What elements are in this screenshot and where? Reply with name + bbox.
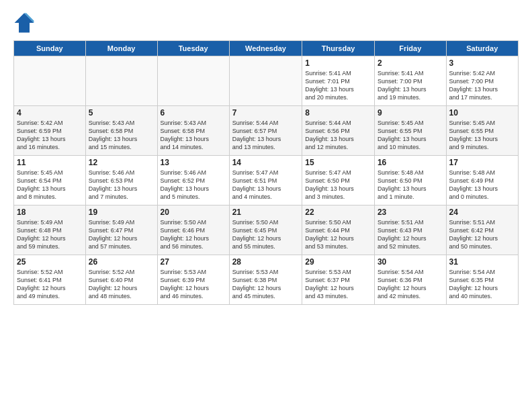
date-number: 9 (378, 108, 443, 118)
day-header-sunday: Sunday (14, 41, 86, 56)
cell-content: Sunrise: 5:44 AM Sunset: 6:57 PM Dayligh… (232, 119, 300, 152)
calendar-cell (14, 56, 86, 106)
calendar-cell: 31Sunrise: 5:54 AM Sunset: 6:35 PM Dayli… (446, 255, 518, 305)
date-number: 4 (17, 108, 83, 118)
calendar-cell (85, 56, 157, 106)
calendar-cell: 18Sunrise: 5:49 AM Sunset: 6:48 PM Dayli… (14, 205, 86, 255)
week-row-3: 18Sunrise: 5:49 AM Sunset: 6:48 PM Dayli… (14, 205, 519, 255)
date-number: 6 (161, 108, 226, 118)
date-number: 25 (17, 257, 83, 267)
date-number: 12 (89, 158, 154, 167)
cell-content: Sunrise: 5:52 AM Sunset: 6:40 PM Dayligh… (89, 268, 154, 301)
cell-content: Sunrise: 5:42 AM Sunset: 6:59 PM Dayligh… (17, 119, 83, 152)
calendar-cell: 3Sunrise: 5:42 AM Sunset: 7:00 PM Daylig… (446, 56, 518, 106)
calendar-cell: 26Sunrise: 5:52 AM Sunset: 6:40 PM Dayli… (85, 255, 157, 305)
calendar-cell: 15Sunrise: 5:47 AM Sunset: 6:50 PM Dayli… (302, 156, 375, 205)
cell-content: Sunrise: 5:50 AM Sunset: 6:44 PM Dayligh… (305, 218, 371, 251)
cell-content: Sunrise: 5:51 AM Sunset: 6:42 PM Dayligh… (449, 218, 515, 251)
cell-content: Sunrise: 5:47 AM Sunset: 6:51 PM Dayligh… (232, 169, 300, 201)
date-number: 26 (89, 257, 154, 267)
date-number: 13 (161, 158, 226, 167)
day-header-friday: Friday (374, 41, 446, 56)
cell-content: Sunrise: 5:42 AM Sunset: 7:00 PM Dayligh… (449, 69, 515, 102)
header (13, 12, 519, 34)
date-number: 30 (378, 257, 443, 267)
date-number: 15 (305, 158, 371, 167)
calendar-cell: 5Sunrise: 5:43 AM Sunset: 6:58 PM Daylig… (85, 106, 157, 156)
cell-content: Sunrise: 5:45 AM Sunset: 6:54 PM Dayligh… (17, 169, 83, 201)
date-number: 18 (17, 208, 83, 217)
header-row: SundayMondayTuesdayWednesdayThursdayFrid… (14, 41, 519, 56)
calendar-table: SundayMondayTuesdayWednesdayThursdayFrid… (13, 40, 519, 305)
date-number: 11 (17, 158, 83, 167)
cell-content: Sunrise: 5:51 AM Sunset: 6:43 PM Dayligh… (378, 218, 443, 251)
cell-content: Sunrise: 5:41 AM Sunset: 7:01 PM Dayligh… (305, 69, 371, 102)
cell-content: Sunrise: 5:46 AM Sunset: 6:53 PM Dayligh… (89, 169, 154, 201)
calendar-cell: 23Sunrise: 5:51 AM Sunset: 6:43 PM Dayli… (374, 205, 446, 255)
calendar-cell: 30Sunrise: 5:54 AM Sunset: 6:36 PM Dayli… (374, 255, 446, 305)
calendar-cell: 27Sunrise: 5:53 AM Sunset: 6:39 PM Dayli… (157, 255, 229, 305)
cell-content: Sunrise: 5:43 AM Sunset: 6:58 PM Dayligh… (161, 119, 226, 152)
page: SundayMondayTuesdayWednesdayThursdayFrid… (0, 0, 532, 312)
calendar-cell: 22Sunrise: 5:50 AM Sunset: 6:44 PM Dayli… (302, 205, 375, 255)
day-header-saturday: Saturday (446, 41, 518, 56)
date-number: 7 (232, 108, 300, 118)
cell-content: Sunrise: 5:48 AM Sunset: 6:49 PM Dayligh… (449, 169, 515, 201)
calendar-cell: 2Sunrise: 5:41 AM Sunset: 7:00 PM Daylig… (374, 56, 446, 106)
calendar-cell: 13Sunrise: 5:46 AM Sunset: 6:52 PM Dayli… (157, 156, 229, 205)
date-number: 23 (378, 208, 443, 217)
date-number: 22 (305, 208, 371, 217)
cell-content: Sunrise: 5:53 AM Sunset: 6:39 PM Dayligh… (161, 268, 226, 301)
date-number: 27 (161, 257, 226, 267)
date-number: 3 (449, 58, 515, 68)
calendar-cell: 20Sunrise: 5:50 AM Sunset: 6:46 PM Dayli… (157, 205, 229, 255)
calendar-cell: 4Sunrise: 5:42 AM Sunset: 6:59 PM Daylig… (14, 106, 86, 156)
cell-content: Sunrise: 5:48 AM Sunset: 6:50 PM Dayligh… (378, 169, 443, 201)
calendar-cell: 11Sunrise: 5:45 AM Sunset: 6:54 PM Dayli… (14, 156, 86, 205)
calendar-cell: 1Sunrise: 5:41 AM Sunset: 7:01 PM Daylig… (302, 56, 375, 106)
week-row-0: 1Sunrise: 5:41 AM Sunset: 7:01 PM Daylig… (14, 56, 519, 106)
calendar-cell: 14Sunrise: 5:47 AM Sunset: 6:51 PM Dayli… (229, 156, 302, 205)
cell-content: Sunrise: 5:54 AM Sunset: 6:36 PM Dayligh… (378, 268, 443, 301)
day-header-tuesday: Tuesday (157, 41, 229, 56)
date-number: 1 (305, 58, 371, 68)
cell-content: Sunrise: 5:49 AM Sunset: 6:47 PM Dayligh… (89, 218, 154, 251)
cell-content: Sunrise: 5:45 AM Sunset: 6:55 PM Dayligh… (449, 119, 515, 152)
week-row-1: 4Sunrise: 5:42 AM Sunset: 6:59 PM Daylig… (14, 106, 519, 156)
date-number: 5 (89, 108, 154, 118)
day-header-thursday: Thursday (302, 41, 375, 56)
calendar-cell: 8Sunrise: 5:44 AM Sunset: 6:56 PM Daylig… (302, 106, 375, 156)
date-number: 8 (305, 108, 371, 118)
date-number: 17 (449, 158, 515, 167)
day-header-wednesday: Wednesday (229, 41, 302, 56)
svg-marker-0 (15, 13, 34, 33)
calendar-cell: 25Sunrise: 5:52 AM Sunset: 6:41 PM Dayli… (14, 255, 86, 305)
cell-content: Sunrise: 5:43 AM Sunset: 6:58 PM Dayligh… (89, 119, 154, 152)
cell-content: Sunrise: 5:49 AM Sunset: 6:48 PM Dayligh… (17, 218, 83, 251)
calendar-cell: 9Sunrise: 5:45 AM Sunset: 6:55 PM Daylig… (374, 106, 446, 156)
calendar-cell: 21Sunrise: 5:50 AM Sunset: 6:45 PM Dayli… (229, 205, 302, 255)
calendar-cell: 16Sunrise: 5:48 AM Sunset: 6:50 PM Dayli… (374, 156, 446, 205)
cell-content: Sunrise: 5:41 AM Sunset: 7:00 PM Dayligh… (378, 69, 443, 102)
week-row-4: 25Sunrise: 5:52 AM Sunset: 6:41 PM Dayli… (14, 255, 519, 305)
calendar-cell: 10Sunrise: 5:45 AM Sunset: 6:55 PM Dayli… (446, 106, 518, 156)
logo-icon (13, 12, 35, 34)
date-number: 28 (232, 257, 300, 267)
cell-content: Sunrise: 5:46 AM Sunset: 6:52 PM Dayligh… (161, 169, 226, 201)
cell-content: Sunrise: 5:50 AM Sunset: 6:46 PM Dayligh… (161, 218, 226, 251)
day-header-monday: Monday (85, 41, 157, 56)
date-number: 31 (449, 257, 515, 267)
cell-content: Sunrise: 5:52 AM Sunset: 6:41 PM Dayligh… (17, 268, 83, 301)
calendar-cell: 24Sunrise: 5:51 AM Sunset: 6:42 PM Dayli… (446, 205, 518, 255)
date-number: 2 (378, 58, 443, 68)
logo (13, 12, 36, 34)
cell-content: Sunrise: 5:53 AM Sunset: 6:38 PM Dayligh… (232, 268, 300, 301)
calendar-cell: 19Sunrise: 5:49 AM Sunset: 6:47 PM Dayli… (85, 205, 157, 255)
calendar-cell: 17Sunrise: 5:48 AM Sunset: 6:49 PM Dayli… (446, 156, 518, 205)
week-row-2: 11Sunrise: 5:45 AM Sunset: 6:54 PM Dayli… (14, 156, 519, 205)
cell-content: Sunrise: 5:54 AM Sunset: 6:35 PM Dayligh… (449, 268, 515, 301)
date-number: 20 (161, 208, 226, 217)
date-number: 21 (232, 208, 300, 217)
cell-content: Sunrise: 5:44 AM Sunset: 6:56 PM Dayligh… (305, 119, 371, 152)
cell-content: Sunrise: 5:53 AM Sunset: 6:37 PM Dayligh… (305, 268, 371, 301)
